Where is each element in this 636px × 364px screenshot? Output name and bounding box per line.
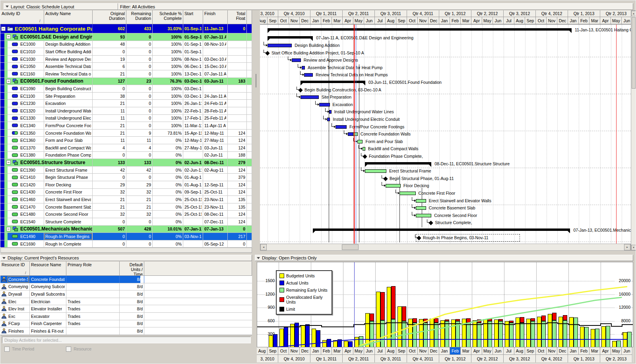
gantt-bar[interactable] xyxy=(268,44,292,47)
usage-quarter-cell[interactable]: Qtr 4, 2012 xyxy=(536,355,568,362)
gantt-bar[interactable] xyxy=(302,66,305,70)
checkbox-icon[interactable] xyxy=(66,347,71,352)
budgeted-units-bar[interactable] xyxy=(440,320,445,347)
timeline-quarter-cell[interactable]: Qtr 2, 2013 xyxy=(600,10,631,17)
gantt-bar[interactable] xyxy=(329,110,332,114)
remaining-units-bar[interactable] xyxy=(370,321,374,347)
timeline-month-cell[interactable]: Jun xyxy=(364,17,375,24)
remaining-units-bar[interactable] xyxy=(595,329,599,347)
remaining-units-bar[interactable] xyxy=(584,327,589,347)
budgeted-units-bar[interactable] xyxy=(333,340,337,347)
collapse-button[interactable] xyxy=(1,27,6,31)
table-row[interactable]: EC1540Structure Complete000%07-Dec-11124 xyxy=(0,218,252,226)
column-header-original-duration[interactable]: Original Duration xyxy=(93,10,126,24)
timeline-month-cell[interactable]: Sep xyxy=(525,17,536,24)
usage-month-cell[interactable]: Jun xyxy=(364,347,375,355)
overallocated-units-bar[interactable] xyxy=(498,319,503,321)
overallocated-units-bar[interactable] xyxy=(520,317,524,323)
budgeted-units-bar[interactable] xyxy=(451,319,456,347)
usage-month-cell[interactable]: Nov xyxy=(547,347,557,355)
table-row[interactable]: EC1160Review Technical Data on Heat Pump… xyxy=(0,70,252,78)
usage-month-cell[interactable]: Jan xyxy=(439,347,450,355)
budgeted-units-bar[interactable] xyxy=(516,318,520,347)
table-row[interactable]: EC1330Install Underground Electric Condu… xyxy=(0,115,252,122)
remaining-units-bar[interactable] xyxy=(488,321,492,347)
remaining-units-bar[interactable] xyxy=(563,320,567,347)
filter-bar[interactable]: Filter: All Activities xyxy=(118,3,633,10)
usage-month-cell[interactable]: Oct xyxy=(278,347,289,355)
remaining-units-bar[interactable] xyxy=(552,320,556,347)
timeline-month-cell[interactable]: Jul xyxy=(504,17,514,24)
usage-quarter-cell[interactable]: Qtr 1, 2012 xyxy=(439,355,471,362)
usage-quarter-header[interactable]: 3, 2010Qtr 4, 2010Qtr 1, 2011Qtr 2, 2011… xyxy=(257,355,633,362)
budgeted-units-bar[interactable] xyxy=(505,321,509,347)
usage-month-cell-selected[interactable]: Feb xyxy=(450,347,461,355)
milestone-icon[interactable] xyxy=(429,221,433,225)
gantt-bar[interactable] xyxy=(304,73,313,77)
remaining-units-bar[interactable] xyxy=(380,320,385,347)
timeline-month-cell[interactable]: Jan xyxy=(439,17,450,24)
budgeted-units-bar[interactable] xyxy=(537,317,541,347)
timeline-month-cell[interactable]: Dec xyxy=(429,17,439,24)
usage-month-cell[interactable]: Mar xyxy=(589,347,600,355)
usage-month-cell[interactable]: Jul xyxy=(504,347,514,355)
column-header-finish[interactable]: Finish xyxy=(203,10,228,24)
bottom-vertical-splitter[interactable] xyxy=(252,255,255,362)
remaining-units-bar[interactable] xyxy=(541,321,546,347)
budgeted-units-bar[interactable] xyxy=(344,341,348,347)
remaining-units-bar[interactable] xyxy=(413,323,417,347)
resources-display-bar[interactable]: Display: Current Project's Resources xyxy=(0,255,252,261)
timeline-month-cell[interactable]: Jul xyxy=(375,17,386,24)
overallocated-units-bar[interactable] xyxy=(509,321,514,323)
usage-quarter-cell[interactable]: Qtr 2, 2012 xyxy=(471,355,504,362)
timeline-month-cell[interactable]: Nov xyxy=(418,17,429,24)
resource-row[interactable]: ElecElectricianTrades8/d xyxy=(0,298,252,306)
table-row[interactable]: EC1320Install Underground Water Lines110… xyxy=(0,107,252,115)
timeline-month-cell[interactable]: Sep xyxy=(396,17,407,24)
collapse-button[interactable] xyxy=(6,160,11,165)
table-row[interactable]: EC1010Start Office Building Addition0010… xyxy=(0,48,252,56)
activity-table-hscrollbar[interactable] xyxy=(0,248,252,253)
timeline-quarter-cell[interactable]: Qtr 3, 2012 xyxy=(504,10,536,17)
budgeted-units-bar[interactable] xyxy=(569,317,574,347)
table-row[interactable]: EC1480Concrete Second Floor32320%25-Oct-… xyxy=(0,211,252,218)
budgeted-units-bar[interactable] xyxy=(473,320,477,347)
usage-month-cell[interactable]: Dec xyxy=(300,347,310,355)
usage-month-cell[interactable]: Aug xyxy=(386,347,396,355)
budgeted-units-bar[interactable] xyxy=(558,317,563,347)
collapse-button[interactable] xyxy=(6,227,11,231)
gantt-bar[interactable] xyxy=(327,118,330,121)
table-row[interactable]: EC1380Foundation Phase Complete000%02-Ju… xyxy=(0,152,252,159)
overallocated-units-bar[interactable] xyxy=(477,319,481,323)
table-row[interactable]: EC1350Concrete Foundation Walls21973.81%… xyxy=(0,130,252,137)
budgeted-units-bar[interactable] xyxy=(290,324,295,347)
table-row[interactable]: EC1050Assemble Technical Data for Heat P… xyxy=(0,63,252,70)
actual-units-bar[interactable] xyxy=(316,330,320,347)
usage-month-cell[interactable]: Feb xyxy=(321,347,332,355)
actual-units-bar[interactable] xyxy=(305,324,310,347)
column-header-schedule-complete[interactable]: Schedule % Complete xyxy=(153,10,183,24)
timeline-month-cell[interactable]: Oct xyxy=(278,17,289,24)
timeline-month-cell[interactable]: Nov xyxy=(547,17,557,24)
usage-month-cell[interactable]: Mar xyxy=(461,347,471,355)
resource-row[interactable]: Elev InstElevator InstallerTrades8/d xyxy=(0,305,252,313)
overallocated-units-bar[interactable] xyxy=(402,306,406,321)
overallocated-units-bar[interactable] xyxy=(391,286,396,319)
budgeted-units-bar[interactable] xyxy=(483,319,488,347)
gantt-bar[interactable] xyxy=(363,147,365,151)
gantt-bar[interactable] xyxy=(357,140,363,143)
budgeted-units-bar[interactable] xyxy=(387,287,391,347)
timeline-month-cell[interactable]: Jun xyxy=(493,17,504,24)
usage-quarter-cell[interactable]: Qtr 3, 2012 xyxy=(504,355,536,362)
overallocated-units-bar[interactable] xyxy=(563,315,567,320)
gantt-bar[interactable] xyxy=(301,95,319,99)
column-header-remaining-duration[interactable]: Remaining Duration xyxy=(126,10,153,24)
budgeted-units-bar[interactable] xyxy=(398,306,402,347)
remaining-units-bar[interactable] xyxy=(456,321,460,347)
overallocated-units-bar[interactable] xyxy=(434,318,438,323)
timeline-month-cell[interactable]: Jan xyxy=(568,17,579,24)
timeline-month-cell[interactable]: Aug xyxy=(514,17,525,24)
timeline-quarter-cell[interactable]: Qtr 3, 2011 xyxy=(375,10,407,17)
usage-quarter-cell[interactable]: Qtr 1, 2013 xyxy=(568,355,600,362)
usage-month-cell[interactable]: Aug xyxy=(514,347,525,355)
